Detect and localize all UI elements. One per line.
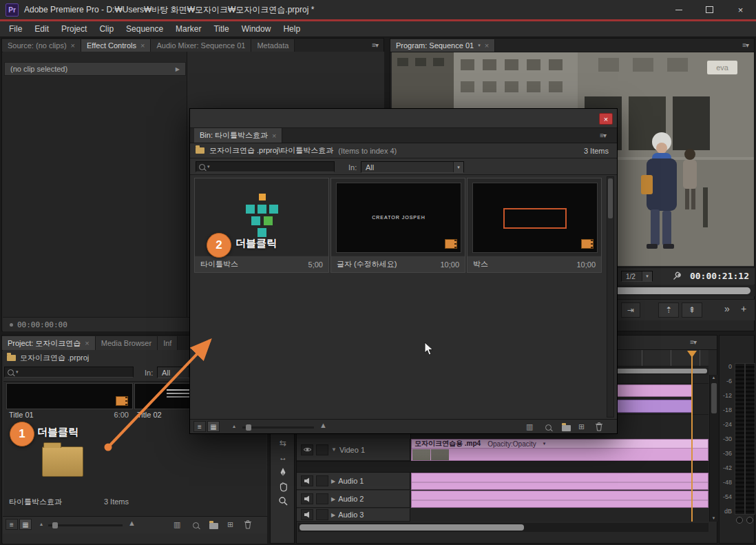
track-visibility-toggle[interactable] xyxy=(301,444,313,455)
timeline-vscrollbar[interactable]: ▴ ▾ xyxy=(709,375,717,522)
icon-view-button[interactable]: ▦ xyxy=(207,421,220,432)
search-text[interactable] xyxy=(21,367,130,377)
hscroll-thumb[interactable] xyxy=(300,524,524,531)
panel-menu-icon[interactable]: ≡▾ xyxy=(742,41,748,49)
chevron-down-icon[interactable]: ▾ xyxy=(543,441,546,446)
menu-sequence[interactable]: Sequence xyxy=(120,21,169,37)
settings-wrench-icon[interactable] xyxy=(672,271,682,283)
bin-close-button[interactable]: × xyxy=(599,113,613,125)
zoom-out-icon[interactable]: ▴ xyxy=(40,521,43,527)
find-icon[interactable] xyxy=(193,521,199,531)
collapse-icon[interactable]: ▶ xyxy=(331,512,335,518)
menu-title[interactable]: Title xyxy=(207,21,235,37)
maximize-button[interactable] xyxy=(694,0,725,19)
add-button[interactable]: + xyxy=(741,303,746,314)
panel-menu-icon[interactable]: ≡▾ xyxy=(600,132,606,139)
item-title01-label[interactable]: Title 01 6:00 xyxy=(6,409,132,420)
collapse-icon[interactable]: ▶ xyxy=(331,496,335,502)
track-lock-toggle[interactable] xyxy=(316,475,328,486)
new-item-icon[interactable]: ⊞ xyxy=(578,422,585,431)
vscroll-thumb[interactable] xyxy=(711,383,717,413)
panel-menu-icon[interactable]: ≡▾ xyxy=(690,338,696,346)
zoom-level-dropdown[interactable]: 1/2 ▾ xyxy=(621,271,653,282)
menu-file[interactable]: File xyxy=(3,21,28,37)
icon-view-button[interactable]: ▦ xyxy=(19,519,32,530)
item-bin-label[interactable]: 타이틀박스효과 3 Items xyxy=(6,496,132,507)
pen-tool[interactable] xyxy=(271,465,295,479)
automate-sequence-icon[interactable]: ▥ xyxy=(174,520,180,529)
slip-tool[interactable]: ⇆ xyxy=(271,436,295,450)
step-forward-button[interactable]: ⇥ xyxy=(621,302,640,318)
track-lock-toggle[interactable] xyxy=(316,444,328,455)
bin-window-titlebar[interactable]: × xyxy=(190,109,617,128)
find-icon[interactable] xyxy=(545,423,552,433)
playhead-line[interactable] xyxy=(691,352,693,522)
track-mute-toggle[interactable] xyxy=(301,493,313,504)
track-lock-toggle[interactable] xyxy=(316,509,328,520)
tab-bin[interactable]: Bin: 타이틀박스효과 × xyxy=(194,128,282,143)
tab-media-browser[interactable]: Media Browser xyxy=(96,336,158,350)
slider-thumb[interactable] xyxy=(52,522,58,528)
collapse-icon[interactable]: ▼ xyxy=(331,446,337,453)
bin-search-input[interactable]: ▾ xyxy=(196,161,335,172)
menu-edit[interactable]: Edit xyxy=(28,21,55,37)
zoom-out-icon[interactable]: ▴ xyxy=(233,423,235,429)
video-clip[interactable]: 모자이크연습용 .mp4 Opacity:Opacity ▾ xyxy=(411,439,708,461)
new-item-icon[interactable]: ⊞ xyxy=(227,520,233,529)
audio-clip-2[interactable] xyxy=(411,491,708,508)
zoom-in-icon[interactable]: ▲ xyxy=(128,519,136,527)
tab-effect-controls[interactable]: Effect Controls× xyxy=(81,39,151,52)
collapse-icon[interactable]: ▶ xyxy=(331,478,335,484)
audio-clip-1[interactable] xyxy=(411,473,708,490)
menu-clip[interactable]: Clip xyxy=(93,21,120,37)
project-search-input[interactable]: ▾ xyxy=(4,367,134,378)
track-lock-toggle[interactable] xyxy=(316,493,328,504)
track-mute-toggle[interactable] xyxy=(301,475,313,486)
bin-item-titlebox[interactable]: 타이틀박스 5;00 xyxy=(194,178,329,273)
zoom-tool[interactable] xyxy=(271,494,295,508)
slider-thumb[interactable] xyxy=(246,424,251,431)
tab-project[interactable]: Project: 모자이크연습× xyxy=(2,336,96,350)
scroll-down-icon[interactable]: ▾ xyxy=(710,515,717,521)
menu-project[interactable]: Project xyxy=(55,21,93,37)
bin-item-text[interactable]: CREATOR JOSPEH 글자 (수정하세요) 10;00 xyxy=(330,178,465,273)
menu-marker[interactable]: Marker xyxy=(169,21,207,37)
tab-info[interactable]: Inf xyxy=(158,336,178,350)
zoom-in-icon[interactable]: ▲ xyxy=(319,421,327,429)
lift-button[interactable]: ⇡ xyxy=(658,302,679,318)
list-view-button[interactable]: ≡ xyxy=(6,519,18,530)
vscroll-thumb[interactable] xyxy=(608,178,613,218)
item-title01-thumb[interactable] xyxy=(6,383,133,409)
panel-menu-icon[interactable]: ≡▾ xyxy=(372,41,378,49)
more-buttons-button[interactable]: » xyxy=(724,303,730,314)
new-bin-icon[interactable] xyxy=(209,522,218,531)
close-button[interactable]: × xyxy=(725,0,756,19)
automate-sequence-icon[interactable]: ▥ xyxy=(526,422,533,431)
trash-icon[interactable] xyxy=(595,422,603,433)
tab-close-icon[interactable]: × xyxy=(71,42,75,49)
tab-close-icon[interactable]: × xyxy=(140,42,145,49)
playhead-marker-icon[interactable] xyxy=(687,351,697,358)
tab-program[interactable]: Program: Sequence 01 ▾ × xyxy=(390,39,495,52)
track-mute-toggle[interactable] xyxy=(301,509,313,520)
bin-filter-dropdown[interactable]: All ▾ xyxy=(361,161,464,173)
thumb-zoom-slider[interactable] xyxy=(242,426,314,429)
project-file-row[interactable]: 모자이크연습 .prproj xyxy=(7,353,89,363)
search-text[interactable] xyxy=(212,162,331,172)
program-timecode[interactable]: 00:00:21:12 xyxy=(690,271,749,281)
new-bin-icon[interactable] xyxy=(562,424,571,433)
hand-tool[interactable] xyxy=(271,480,295,493)
list-view-button[interactable]: ≡ xyxy=(193,421,206,432)
tab-metadata[interactable]: Metadata xyxy=(251,39,295,52)
item-bin-folder[interactable] xyxy=(42,446,83,477)
tab-audio-mixer[interactable]: Audio Mixer: Sequence 01 xyxy=(151,39,251,52)
tab-close-icon[interactable]: × xyxy=(85,340,89,347)
bin-floating-window[interactable]: × Bin: 타이틀박스효과 × ≡▾ 모자이크연습 .prproj\타이틀박스… xyxy=(189,108,618,434)
minimize-button[interactable] xyxy=(663,0,694,19)
disclosure-icon[interactable]: ▶ xyxy=(176,66,180,72)
extract-button[interactable]: ⇞ xyxy=(682,302,702,318)
trash-icon[interactable] xyxy=(244,520,252,531)
slide-tool[interactable]: ↔ xyxy=(271,451,295,464)
thumb-zoom-slider[interactable] xyxy=(48,524,123,526)
chevron-down-icon[interactable]: ▾ xyxy=(478,43,481,48)
